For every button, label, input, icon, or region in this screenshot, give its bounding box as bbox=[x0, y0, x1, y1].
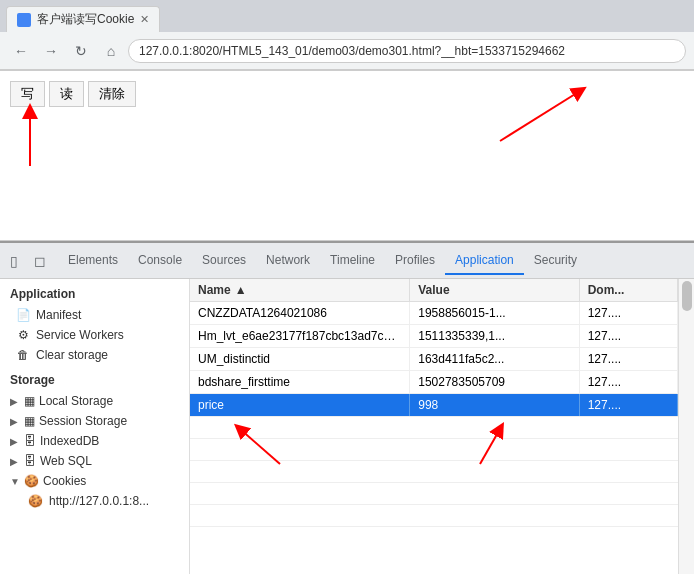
table-area: Name ▲ Value Dom... CNZZDATA1264021086 bbox=[190, 279, 694, 574]
expand-arrow-websql: ▶ bbox=[10, 456, 20, 467]
tab-timeline[interactable]: Timeline bbox=[320, 247, 385, 275]
sidebar-item-manifest[interactable]: 📄 Manifest bbox=[0, 305, 189, 325]
th-name: Name ▲ bbox=[190, 279, 410, 301]
tab-favicon bbox=[17, 13, 31, 27]
sidebar-item-session-storage[interactable]: ▶ ▦ Session Storage bbox=[0, 411, 189, 431]
devtools-device-button[interactable]: ◻ bbox=[30, 249, 50, 273]
sidebar-item-clear-storage[interactable]: 🗑 Clear storage bbox=[0, 345, 189, 365]
table-header: Name ▲ Value Dom... bbox=[190, 279, 678, 302]
websql-icon: 🗄 bbox=[24, 454, 36, 468]
td-name-0: CNZZDATA1264021086 bbox=[190, 302, 410, 324]
table-row[interactable]: CNZZDATA1264021086 1958856015-1... 127..… bbox=[190, 302, 678, 325]
tab-elements[interactable]: Elements bbox=[58, 247, 128, 275]
td-value-4: 998 bbox=[410, 394, 579, 416]
app-section-header: Application bbox=[0, 279, 189, 305]
home-button[interactable]: ⌂ bbox=[98, 38, 124, 64]
tab-network[interactable]: Network bbox=[256, 247, 320, 275]
devtools-inspect-button[interactable]: ▯ bbox=[6, 249, 22, 273]
sidebar-sub-item-cookies-origin[interactable]: 🍪 http://127.0.0.1:8... bbox=[0, 491, 189, 511]
td-domain-0: 127.... bbox=[580, 302, 678, 324]
storage-section-header: Storage bbox=[0, 365, 189, 391]
table-row-empty bbox=[190, 439, 678, 461]
tab-sources[interactable]: Sources bbox=[192, 247, 256, 275]
tab-profiles[interactable]: Profiles bbox=[385, 247, 445, 275]
td-domain-1: 127.... bbox=[580, 325, 678, 347]
tab-bar: 客户端读写Cookie ✕ bbox=[0, 0, 694, 32]
local-storage-icon: ▦ bbox=[24, 394, 35, 408]
tab-application[interactable]: Application bbox=[445, 247, 524, 275]
nav-bar: ← → ↻ ⌂ bbox=[0, 32, 694, 70]
td-name-1: Hm_lvt_e6ae23177f187cbc13ad7cd0e5fd0a95 bbox=[190, 325, 410, 347]
expand-arrow-session: ▶ bbox=[10, 416, 20, 427]
td-name-3: bdshare_firsttime bbox=[190, 371, 410, 393]
td-domain-3: 127.... bbox=[580, 371, 678, 393]
th-value: Value bbox=[410, 279, 579, 301]
sort-icon: ▲ bbox=[235, 283, 247, 297]
manifest-icon: 📄 bbox=[16, 308, 30, 322]
expand-arrow-cookies: ▼ bbox=[10, 476, 20, 487]
td-name-4: price bbox=[190, 394, 410, 416]
td-value-2: 163d411fa5c2... bbox=[410, 348, 579, 370]
tab-close-button[interactable]: ✕ bbox=[140, 13, 149, 26]
scrollbar-thumb[interactable] bbox=[682, 281, 692, 311]
td-domain-4: 127.... bbox=[580, 394, 678, 416]
cookie-table: Name ▲ Value Dom... CNZZDATA1264021086 bbox=[190, 279, 678, 574]
service-workers-icon: ⚙ bbox=[16, 328, 30, 342]
td-domain-2: 127.... bbox=[580, 348, 678, 370]
sidebar-item-indexeddb[interactable]: ▶ 🗄 IndexedDB bbox=[0, 431, 189, 451]
page-buttons: 写 读 清除 bbox=[10, 81, 684, 107]
devtools-tab-bar: ▯ ◻ Elements Console Sources Network Tim… bbox=[0, 243, 694, 279]
address-bar[interactable] bbox=[128, 39, 686, 63]
td-value-3: 1502783505709 bbox=[410, 371, 579, 393]
forward-button[interactable]: → bbox=[38, 38, 64, 64]
expand-arrow-indexeddb: ▶ bbox=[10, 436, 20, 447]
sidebar-item-cookies[interactable]: ▼ 🍪 Cookies bbox=[0, 471, 189, 491]
content-panel: Name ▲ Value Dom... CNZZDATA1264021086 bbox=[190, 279, 694, 574]
tab-console[interactable]: Console bbox=[128, 247, 192, 275]
sidebar-item-websql[interactable]: ▶ 🗄 Web SQL bbox=[0, 451, 189, 471]
sidebar-item-local-storage[interactable]: ▶ ▦ Local Storage bbox=[0, 391, 189, 411]
clear-button[interactable]: 清除 bbox=[88, 81, 136, 107]
indexeddb-icon: 🗄 bbox=[24, 434, 36, 448]
table-row[interactable]: bdshare_firsttime 1502783505709 127.... bbox=[190, 371, 678, 394]
reload-button[interactable]: ↻ bbox=[68, 38, 94, 64]
sidebar-item-service-workers[interactable]: ⚙ Service Workers bbox=[0, 325, 189, 345]
page-content: 写 读 清除 bbox=[0, 71, 694, 241]
td-name-2: UM_distinctid bbox=[190, 348, 410, 370]
devtools-main: Application 📄 Manifest ⚙ Service Workers… bbox=[0, 279, 694, 574]
table-row-empty bbox=[190, 417, 678, 439]
cookies-origin-icon: 🍪 bbox=[28, 494, 43, 508]
back-button[interactable]: ← bbox=[8, 38, 34, 64]
browser-chrome: 客户端读写Cookie ✕ ← → ↻ ⌂ bbox=[0, 0, 694, 71]
table-row-empty bbox=[190, 483, 678, 505]
table-row[interactable]: Hm_lvt_e6ae23177f187cbc13ad7cd0e5fd0a95 … bbox=[190, 325, 678, 348]
th-domain: Dom... bbox=[580, 279, 678, 301]
cookies-icon: 🍪 bbox=[24, 474, 39, 488]
table-row-selected[interactable]: price 998 127.... bbox=[190, 394, 678, 417]
table-row[interactable]: UM_distinctid 163d411fa5c2... 127.... bbox=[190, 348, 678, 371]
write-button[interactable]: 写 bbox=[10, 81, 45, 107]
read-button[interactable]: 读 bbox=[49, 81, 84, 107]
table-row-empty bbox=[190, 461, 678, 483]
table-row-empty bbox=[190, 505, 678, 527]
td-value-1: 1511335339,1... bbox=[410, 325, 579, 347]
expand-arrow-local: ▶ bbox=[10, 396, 20, 407]
tab-security[interactable]: Security bbox=[524, 247, 587, 275]
devtools-sidebar: Application 📄 Manifest ⚙ Service Workers… bbox=[0, 279, 190, 574]
devtools: ▯ ◻ Elements Console Sources Network Tim… bbox=[0, 241, 694, 574]
session-storage-icon: ▦ bbox=[24, 414, 35, 428]
td-value-0: 1958856015-1... bbox=[410, 302, 579, 324]
clear-storage-icon: 🗑 bbox=[16, 348, 30, 362]
browser-tab[interactable]: 客户端读写Cookie ✕ bbox=[6, 6, 160, 32]
tab-title: 客户端读写Cookie bbox=[37, 11, 134, 28]
vertical-scrollbar[interactable] bbox=[678, 279, 694, 574]
